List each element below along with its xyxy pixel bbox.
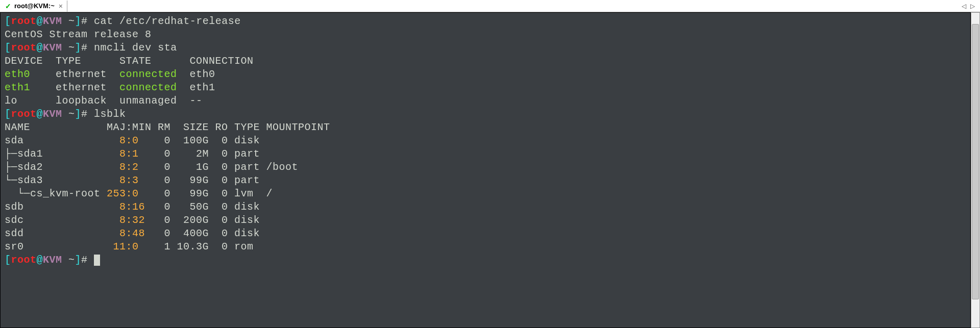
lsblk-row-rest: 0 1G 0 part /boot [152,161,299,173]
prompt-bracket-open: [ [5,108,11,120]
prompt-at: @ [37,42,43,54]
lsblk-row-mm: 8:0 [107,135,152,146]
prompt-user: root [11,15,37,27]
prompt-symbol: # [81,42,94,54]
lsblk-row-mm: 11:0 [107,241,152,253]
lsblk-header: NAME MAJ:MIN RM SIZE RO TYPE MOUNTPOINT [5,121,330,133]
lsblk-row-rest: 1 10.3G 0 rom [152,241,266,253]
status-check-icon: ✓ [5,2,11,10]
nav-left-icon[interactable]: ◁ [961,3,967,10]
lsblk-row-name: sr0 [5,241,107,253]
nmcli-row-state: unmanaged [119,95,190,107]
lsblk-row-rest: 0 99G 0 part [152,174,266,186]
prompt-path: ~ [62,108,75,120]
prompt-symbol: # [81,108,94,120]
nmcli-row-type: loopback [56,95,119,107]
lsblk-row-name: sda [5,135,107,146]
prompt-at: @ [37,254,43,266]
output-release: CentOS Stream release 8 [5,29,152,40]
lsblk-row-name: sdc [5,214,107,226]
prompt-bracket-open: [ [5,15,11,27]
scrollbar-thumb[interactable] [972,24,979,299]
cursor-icon [94,255,100,266]
prompt-host: KVM [43,108,62,120]
prompt-symbol: # [81,15,94,27]
lsblk-row-name: sdb [5,201,107,213]
nmcli-row-conn: -- [190,95,260,107]
terminal-container: [root@KVM ~]# cat /etc/redhat-release Ce… [0,12,980,328]
vertical-scrollbar[interactable] [971,12,980,328]
lsblk-row-mm: 8:48 [107,228,152,239]
nmcli-row-type: ethernet [56,82,119,93]
close-icon[interactable]: × [58,2,64,10]
prompt-path: ~ [62,15,75,27]
prompt-symbol: # [81,254,94,266]
lsblk-row-mm: 8:32 [107,214,152,226]
prompt-user: root [11,108,37,120]
prompt-host: KVM [43,42,62,54]
lsblk-row-name: └─sda3 [5,174,107,186]
lsblk-row-rest: 0 99G 0 lvm / [152,188,273,199]
lsblk-row-mm: 8:3 [107,174,152,186]
lsblk-row-name: sdd [5,228,107,239]
prompt-bracket-close: ] [75,254,82,266]
nmcli-header: DEVICE TYPE STATE CONNECTION [5,55,260,67]
terminal-output[interactable]: [root@KVM ~]# cat /etc/redhat-release Ce… [0,12,971,328]
prompt-bracket-close: ] [75,108,82,120]
nmcli-row-conn: eth1 [190,82,260,93]
nmcli-row-dev: eth0 [5,68,56,80]
prompt-user: root [11,42,37,54]
lsblk-row-name: ├─sda1 [5,148,107,160]
prompt-at: @ [37,15,43,27]
lsblk-row-rest: 0 400G 0 disk [152,228,266,239]
window-titlebar: ✓ root@KVM:~ × ◁ ▷ [0,0,980,12]
prompt-bracket-open: [ [5,254,11,266]
prompt-bracket-close: ] [75,15,82,27]
lsblk-row-mm: 253:0 [107,188,152,199]
lsblk-row-rest: 0 200G 0 disk [152,214,266,226]
command-lsblk: lsblk [94,108,126,120]
command-cat: cat /etc/redhat-release [94,15,241,27]
lsblk-row-rest: 0 50G 0 disk [152,201,266,213]
prompt-host: KVM [43,254,62,266]
prompt-path: ~ [62,42,75,54]
nmcli-row-state: connected [119,68,190,80]
nmcli-row-state: connected [119,82,190,93]
nmcli-row-type: ethernet [56,68,119,80]
lsblk-row-name: ├─sda2 [5,161,107,173]
prompt-bracket-open: [ [5,42,11,54]
nav-right-icon[interactable]: ▷ [969,3,976,10]
tab-title: root@KVM:~ [14,2,55,10]
prompt-bracket-close: ] [75,42,82,54]
lsblk-row-rest: 0 2M 0 part [152,148,266,160]
prompt-host: KVM [43,15,62,27]
prompt-at: @ [37,108,43,120]
lsblk-row-rest: 0 100G 0 disk [152,135,266,146]
nmcli-row-dev: lo [5,95,56,107]
lsblk-row-mm: 8:1 [107,148,152,160]
nmcli-row-dev: eth1 [5,82,56,93]
terminal-tab[interactable]: ✓ root@KVM:~ × [2,1,67,12]
nmcli-row-conn: eth0 [190,68,260,80]
lsblk-row-name: └─cs_kvm-root [5,188,107,199]
prompt-user: root [11,254,37,266]
lsblk-row-mm: 8:2 [107,161,152,173]
command-nmcli: nmcli dev sta [94,42,177,54]
tab-nav-arrows: ◁ ▷ [961,3,978,10]
lsblk-row-mm: 8:16 [107,201,152,213]
prompt-path: ~ [62,254,75,266]
